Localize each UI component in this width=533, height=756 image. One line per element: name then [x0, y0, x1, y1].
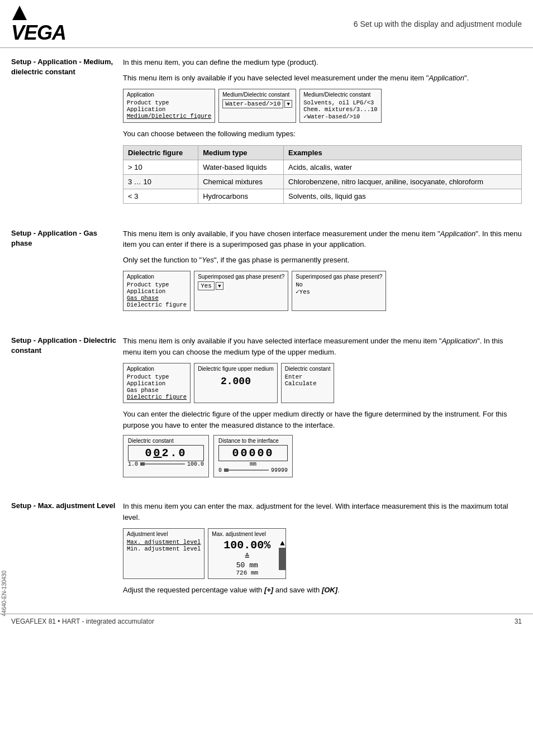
gs2-value: Yes	[198, 281, 215, 290]
header-title: 6 Set up with the display and adjustment…	[78, 20, 522, 28]
ma1-item2: Min. adjustment level	[127, 546, 201, 552]
dc-slider	[138, 461, 187, 468]
s3-title: Medium/Dielectric constant	[303, 92, 377, 98]
dc-screen3: Dielectric constant Enter Calculate	[281, 363, 335, 403]
page-container: VEGA 6 Set up with the display and adjus…	[0, 0, 533, 756]
max-adj-footer-text: Adjust the requested percentage value wi…	[123, 585, 522, 596]
section-label-medium: Setup - Application - Medium, dielectric…	[11, 57, 123, 209]
s1-item2: Application	[127, 106, 211, 113]
dielectric-const-label: Setup - Application - Dielectric constan…	[11, 336, 117, 356]
s2-value: Water-based/>10	[222, 99, 283, 108]
cell-examples-3: Solvents, oils, liquid gas	[284, 189, 522, 203]
ma1-title: Adjustment level	[127, 531, 201, 537]
section-content-max-adj: In this menu item you can enter the max.…	[123, 501, 522, 600]
cell-medium-3: Hydrocarbons	[198, 189, 284, 203]
s3-opt3: ✓Water-based/>10	[303, 113, 377, 120]
s1-item3: Medium/Dielectric figure	[127, 113, 211, 119]
ma-screen1: Adjustment level Max. adjustment level M…	[123, 528, 204, 579]
cell-dielectric-2: 3 … 10	[123, 174, 198, 189]
table-row: < 3 Hydrocarbons Solvents, oils, liquid …	[123, 189, 522, 203]
dc-min: 1.0	[128, 461, 138, 468]
s3-opt2: Chem. mixtures/3...10	[303, 106, 377, 113]
page-header: VEGA 6 Set up with the display and adjus…	[0, 0, 533, 48]
dielectric-screens-row1: Application Product type Application Gas…	[123, 363, 522, 403]
logo-area: VEGA	[11, 4, 78, 43]
s1-title: Application	[127, 92, 211, 98]
dc1-title: Application	[127, 366, 187, 372]
footer-left: VEGAFLEX 81 • HART - integrated accumula…	[11, 618, 154, 625]
dc1-item3: Gas phase	[127, 387, 187, 394]
gas-phase-label: Setup - Application - Gas phase	[11, 228, 117, 248]
dc2-title: Dielectric figure upper medium	[198, 366, 274, 372]
dc-screen2: Dielectric figure upper medium 2.000	[194, 363, 278, 403]
ma2-percent: 100.00%	[223, 539, 270, 552]
ma-screen2: Max. adjustment level 100.00% ≙ 50 mm 72…	[208, 528, 286, 579]
section-label-max-adj: Setup - Max. adjustment Level	[11, 501, 123, 600]
section-label-dielectric: Setup - Application - Dielectric constan…	[11, 336, 123, 482]
dc1-item1: Product type	[127, 374, 187, 380]
section-medium-dielectric: Setup - Application - Medium, dielectric…	[0, 48, 533, 209]
cell-examples-2: Chlorobenzene, nitro lacquer, aniline, i…	[284, 174, 522, 189]
medium-screen3: Medium/Dielectric constant Solvents, oil…	[299, 89, 381, 123]
logo-triangle	[11, 4, 28, 23]
logo-text: VEGA	[11, 21, 66, 44]
max-adj-screens-row: Adjustment level Max. adjustment level M…	[123, 528, 522, 579]
gs3-opt1: No	[296, 281, 382, 288]
gs1-item4: Dielectric figure	[127, 302, 187, 308]
gs2-title: Superimposed gas phase present?	[198, 274, 284, 280]
section-label-gas: Setup - Application - Gas phase	[11, 228, 123, 317]
dielectric-text1: This menu item is only available if you …	[123, 336, 522, 357]
cell-dielectric-3: < 3	[123, 189, 198, 203]
section-gas-phase: Setup - Application - Gas phase This men…	[0, 223, 533, 317]
gas-text2: Only set the function to "Yes", if the g…	[123, 255, 522, 266]
dc-input-range: 1.0 100.0	[128, 461, 204, 468]
table-row: > 10 Water-based liquids Acids, alcalis,…	[123, 160, 522, 174]
dc1-item2: Application	[127, 380, 187, 387]
dist-title: Distance to the interface	[218, 438, 288, 444]
dc3-opt1: Enter	[285, 374, 331, 380]
ma2-equal: ≙	[223, 552, 270, 561]
cell-medium-1: Water-based liquids	[198, 160, 284, 174]
gs1-title: Application	[127, 274, 187, 280]
gas-screens-row: Application Product type Application Gas…	[123, 271, 522, 311]
dielectric-screens-row2: Dielectric constant 002.0 1.0 100.0	[123, 435, 522, 477]
col-medium-type: Medium type	[198, 145, 284, 160]
dist-screen: Distance to the interface 00000 mm 0 999…	[213, 435, 293, 477]
table-row: 3 … 10 Chemical mixtures Chlorobenzene, …	[123, 174, 522, 189]
medium-screen2: Medium/Dielectric constant Water-based/>…	[218, 89, 296, 123]
s2-dropdown[interactable]: ▼	[284, 100, 292, 108]
ma2-mm1: 50 mm	[223, 561, 270, 570]
gs3-opt2: ✓Yes	[296, 288, 382, 295]
s3-opt1: Solvents, oil LPG/<3	[303, 99, 377, 106]
dist-range: 0 99999	[218, 467, 288, 475]
dc3-opt2: Calculate	[285, 380, 331, 387]
s2-title: Medium/Dielectric constant	[222, 92, 292, 98]
page-footer: VEGAFLEX 81 • HART - integrated accumula…	[0, 614, 533, 629]
dc1-item4: Dielectric figure	[127, 394, 187, 400]
ma1-item1: Max. adjustment level	[127, 539, 201, 546]
svg-rect-2	[140, 462, 145, 466]
gs2-input: Yes ▼	[198, 281, 284, 290]
dc-screen1: Application Product type Application Gas…	[123, 363, 191, 403]
section-dielectric-const: Setup - Application - Dielectric constan…	[0, 330, 533, 482]
s1-item1: Product type	[127, 99, 211, 106]
ma2-mm2: 726 mm	[223, 570, 270, 576]
col-dielectric: Dielectric figure	[123, 145, 198, 160]
section-max-adjustment: Setup - Max. adjustment Level In this me…	[0, 495, 533, 600]
gs2-dropdown[interactable]: ▼	[216, 282, 223, 290]
dc-input-value: 002.0	[128, 445, 204, 461]
cell-dielectric-1: > 10	[123, 160, 198, 174]
dc-input-title: Dielectric constant	[128, 438, 204, 444]
medium-dielectric-label: Setup - Application - Medium, dielectric…	[11, 57, 117, 77]
col-examples: Examples	[284, 145, 522, 160]
side-text: 44640-EN-130430	[1, 571, 7, 616]
footer-right: 31	[515, 618, 522, 625]
dist-slider	[222, 467, 271, 475]
gs3-title: Superimposed gas phase present?	[296, 274, 382, 280]
gas-screen3: Superimposed gas phase present? No ✓Yes	[292, 271, 386, 311]
dist-unit: mm	[218, 461, 288, 467]
gs1-item1: Product type	[127, 281, 187, 288]
medium-screens-row: Application Product type Application Med…	[123, 89, 522, 123]
scroll-indicator	[279, 548, 285, 570]
medium-intro: In this menu item, you can define the me…	[123, 57, 522, 68]
